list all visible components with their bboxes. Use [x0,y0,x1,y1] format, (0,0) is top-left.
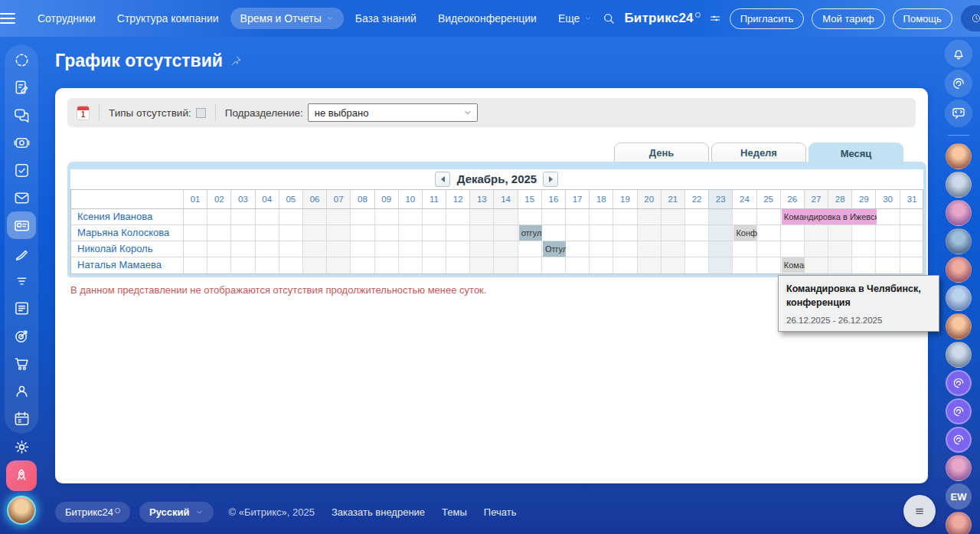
top-menu-item[interactable]: Еще [548,8,603,29]
pin-icon[interactable] [230,55,242,67]
sidebar-user-avatar[interactable] [7,496,36,525]
tooltip-dates: 26.12.2025 - 26.12.2025 [786,316,931,325]
top-menu-item[interactable]: Сотрудники [28,8,106,29]
copilot-chat-button[interactable] [946,427,972,453]
day-cell [279,225,303,241]
day-header: 22 [685,190,709,208]
absence-event[interactable]: Отгул з [543,241,566,257]
day-cell [446,209,470,224]
tab-Месяц[interactable]: Месяц [808,143,903,163]
sidebar-item-sign[interactable] [7,239,36,267]
day-cell [757,209,781,224]
language-select[interactable]: Русский [139,502,214,523]
sidebar-item-tasks-edit[interactable] [7,74,36,101]
topbar-action-button[interactable]: Пригласить [730,8,805,29]
absence-event[interactable]: отгул (1 [519,225,542,241]
sidebar-item-feed[interactable] [7,46,36,74]
employee-name-link[interactable]: Николай Король [71,241,183,257]
sidebar-item-news[interactable] [7,294,36,322]
topbar-action-button[interactable]: Мой тариф [812,8,884,29]
top-menu-item[interactable]: Структура компании [107,8,229,29]
rightbar-chat-transfer-button[interactable] [945,100,972,127]
top-menu-item-label: Время и Отчеты [240,12,322,25]
chat-avatar[interactable] [946,257,972,283]
menu-hamburger-icon[interactable] [0,13,15,24]
topbar-action-button[interactable]: Помощь [893,8,952,29]
top-menu-item[interactable]: База знаний [345,8,426,29]
copilot-chat-button[interactable] [946,398,972,424]
search-icon[interactable] [602,11,616,25]
sidebar-item-messenger[interactable] [7,101,36,129]
day-cell [351,209,374,224]
footer-link[interactable]: Заказать внедрение [332,506,425,518]
sidebar-item-calendar[interactable] [7,405,36,432]
shop-icon [13,355,31,372]
day-header: 01 [184,190,207,208]
day-cell [256,257,279,274]
chat-avatar[interactable] [946,313,972,339]
absence-types-toggle[interactable] [196,108,206,118]
feedback-chat-button[interactable] [903,495,936,527]
chat-avatar[interactable] [946,512,972,534]
day-cell [518,209,542,224]
day-cell [231,257,255,274]
absence-event[interactable]: Конфер [733,225,756,241]
day-cell [876,257,900,274]
chat-avatar[interactable] [946,285,972,311]
day-cell [709,225,733,241]
sidebar-item-people[interactable] [7,377,36,405]
employee-name-link[interactable]: Ксения Иванова [71,209,183,224]
crm-icon [13,217,31,234]
absence-event[interactable]: Командировка в Ижевск, конф [782,209,877,224]
chevron-down-icon [584,15,592,22]
day-cell [852,225,876,241]
initials-badge[interactable]: EW [946,483,972,509]
day-cell [709,241,733,257]
absence-event[interactable]: Команд [782,257,805,273]
day-cell [207,225,231,241]
chat-avatar[interactable] [946,172,972,198]
rightbar-copilot-button[interactable] [945,70,972,97]
department-select[interactable]: не выбрано [308,103,478,122]
worktime-button[interactable]: 15:27 [961,5,980,31]
sidebar-item-tasks[interactable] [7,156,36,184]
sidebar-item-crm[interactable] [7,211,36,239]
funnel-icon [13,272,31,290]
copilot-chat-button[interactable] [946,370,972,396]
footer-link[interactable]: Темы [442,506,467,518]
day-header: 07 [327,190,351,208]
day-cell [613,209,637,224]
sidebar-item-funnel[interactable] [7,267,36,294]
footer-link[interactable]: Печать [484,506,517,518]
sidebar-item-rocket[interactable] [6,460,37,491]
day-cell [470,225,494,241]
sidebar-item-settings-gear[interactable] [8,433,35,460]
day-cell [351,241,374,257]
footer-brand-button[interactable]: Битрикс24 [55,502,130,523]
rightbar-bell-button[interactable] [945,40,972,67]
tab-День[interactable]: День [614,143,709,162]
sidebar-item-video[interactable] [7,129,36,156]
tab-Неделя[interactable]: Неделя [711,143,806,162]
employee-name-link[interactable]: Наталья Мамаева [71,257,183,273]
day-cell [518,257,542,274]
table-header-row: 0102030405060708091011121314151617181920… [71,190,923,209]
top-menu-item[interactable]: Время и Отчеты [230,8,344,29]
news-icon [13,300,31,317]
department-label: Подразделение: [225,107,303,119]
next-month-button[interactable] [543,172,558,187]
calendar-inner: Декабрь, 2025 01020304050607080910111213… [70,169,923,274]
chat-avatar[interactable] [946,143,972,169]
sidebar-item-mail[interactable] [7,184,36,211]
sidebar-item-marketing[interactable] [7,322,36,349]
chat-avatar[interactable] [946,200,972,226]
employee-name-cell: Наталья Мамаева [71,257,184,274]
sliders-icon[interactable] [709,12,721,25]
chat-avatar[interactable] [946,342,972,368]
employee-name-link[interactable]: Марьяна Колоскова [71,225,183,241]
day-cell [327,225,351,241]
chat-avatar[interactable] [946,455,972,481]
top-menu-item[interactable]: Видеоконференции [428,8,547,29]
sidebar-item-shop[interactable] [7,349,36,377]
chat-avatar[interactable] [946,228,972,254]
